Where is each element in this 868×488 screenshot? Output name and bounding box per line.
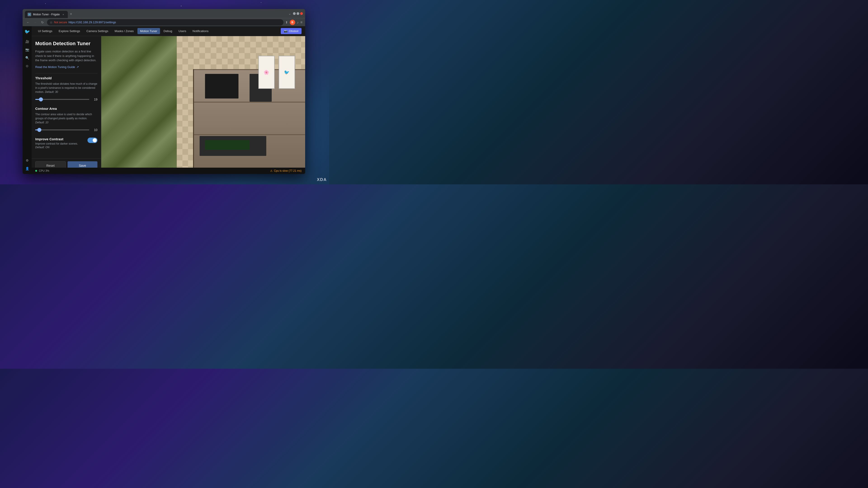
motion-icon: ⊙	[26, 64, 29, 68]
obsbot-icon: 📷	[284, 29, 287, 33]
sidebar-item-motion[interactable]: ⊙	[24, 62, 31, 70]
window-extra-controls: ⌄	[288, 12, 291, 15]
threshold-section: Threshold The threshold value dictates h…	[35, 76, 97, 101]
search-icon: 🔍	[25, 56, 29, 60]
contour-area-value: 10	[92, 128, 97, 132]
browser-menu-icon[interactable]: ≡	[301, 20, 303, 24]
save-button[interactable]: Save	[68, 161, 98, 168]
threshold-slider[interactable]	[35, 99, 89, 100]
nav-item-ui-settings[interactable]: UI Settings	[35, 28, 55, 34]
xda-watermark: XDA	[317, 177, 327, 182]
window-controls	[293, 12, 303, 15]
external-link-icon: ↗	[76, 65, 79, 69]
nav-item-notifications[interactable]: Notifications	[190, 28, 211, 34]
improve-contrast-title: Improve Contrast	[35, 137, 85, 141]
threshold-slider-container: 19	[35, 98, 97, 101]
nav-item-debug[interactable]: Debug	[161, 28, 175, 34]
new-tab-btn[interactable]: +	[68, 11, 74, 17]
camera-icon: 🎥	[25, 40, 29, 43]
sidebar-item-camera[interactable]: 🎥	[24, 38, 31, 45]
top-nav: UI Settings Explore Settings Camera Sett…	[32, 26, 305, 36]
tab-close-btn[interactable]: ×	[61, 13, 65, 16]
contour-area-slider[interactable]	[35, 129, 89, 130]
forward-arrow-icon: →	[34, 21, 37, 24]
nav-item-explore-settings[interactable]: Explore Settings	[56, 28, 83, 34]
tab-bar: 🐦 Motion Tuner - Frigate × +	[25, 9, 287, 18]
contour-area-section: Contour Area The contour area value is u…	[35, 107, 97, 132]
improve-contrast-desc: Improve contrast for darker scenes. Defa…	[35, 142, 85, 150]
status-warning: ⚠ Cpu is slow (77.21 ms)	[270, 169, 302, 172]
dropdown-icon[interactable]: ⌄	[288, 12, 291, 15]
obsbot-label: Obsbot	[289, 29, 298, 33]
snapshot-icon: 📷	[25, 48, 29, 52]
threshold-value: 19	[92, 98, 97, 101]
nav-item-users[interactable]: Users	[176, 28, 189, 34]
sidebar-item-search[interactable]: 🔍	[24, 54, 31, 61]
warning-icon: ⚠	[270, 169, 273, 172]
back-btn[interactable]: ←	[25, 20, 31, 25]
sidebar-item-user[interactable]: 👤	[24, 165, 31, 172]
wall-picture-1: 🌸	[258, 56, 275, 89]
main-content: UI Settings Explore Settings Camera Sett…	[32, 26, 305, 174]
brave-icon: B	[290, 20, 295, 25]
warning-text: Cpu is slow (77.21 ms)	[274, 169, 302, 172]
threshold-title: Threshold	[35, 76, 97, 80]
divider-1	[35, 73, 97, 73]
security-indicator: Not secure	[54, 21, 67, 24]
cpu-status-dot	[35, 170, 37, 172]
improve-contrast-section: Improve Contrast Improve contrast for da…	[35, 137, 97, 150]
contour-area-title: Contour Area	[35, 107, 97, 110]
url-text: https://192.168.29.129:8971/settings	[68, 21, 116, 24]
settings-panel: Motion Detection Tuner Frigate uses moti…	[32, 36, 101, 168]
media-icon[interactable]: ♪	[297, 21, 299, 24]
improve-contrast-toggle[interactable]	[88, 138, 97, 143]
threshold-desc: The threshold value dictates how much of…	[35, 82, 97, 94]
toggle-slider-track	[88, 138, 97, 143]
back-arrow-icon: ←	[26, 21, 30, 24]
browser-window: 🐦 Motion Tuner - Frigate × + ⌄ ← → ↻ ☆	[23, 9, 305, 174]
user-icon: 👤	[25, 167, 29, 170]
nav-item-camera-settings[interactable]: Camera Settings	[84, 28, 111, 34]
tab-title: Motion Tuner - Frigate	[33, 13, 60, 16]
maximize-btn[interactable]	[297, 12, 299, 15]
url-bar[interactable]: ☆ Not secure https://192.168.29.129:8971…	[47, 19, 283, 26]
contour-area-slider-container: 10	[35, 128, 97, 132]
close-btn[interactable]	[300, 12, 303, 15]
sidebar-item-settings[interactable]: ⚙	[24, 157, 31, 164]
camera-scene: 🌸 🐦	[101, 36, 305, 168]
reload-icon: ↻	[41, 21, 44, 24]
sidebar-item-snapshot[interactable]: 📷	[24, 46, 31, 53]
settings-description: Frigate uses motion detection as a first…	[35, 49, 97, 63]
bookmark-icon: ☆	[50, 21, 53, 24]
app-container: 🐦 🎥 📷 🔍 ⊙ ⚙ 👤	[23, 26, 305, 174]
nav-item-motion-tuner[interactable]: Motion Tuner	[137, 28, 160, 34]
forward-btn[interactable]: →	[33, 20, 38, 25]
action-buttons: Reset Save	[32, 158, 101, 168]
settings-inner: Motion Detection Tuner Frigate uses moti…	[32, 36, 101, 158]
guide-link[interactable]: Read the Motion Tuning Guide ↗	[35, 65, 97, 69]
browser-tab[interactable]: 🐦 Motion Tuner - Frigate ×	[25, 11, 68, 18]
content-area: Motion Detection Tuner Frigate uses moti…	[32, 36, 305, 168]
guide-link-text: Read the Motion Tuning Guide	[35, 65, 75, 69]
address-bar-actions: ⬆ B ♪ ≡	[285, 20, 303, 25]
settings-icon: ⚙	[26, 159, 29, 162]
title-bar: 🐦 Motion Tuner - Frigate × + ⌄	[23, 9, 305, 18]
scene-curtain	[101, 36, 177, 168]
cpu-label: CPU 3%	[39, 169, 49, 172]
app-logo: 🐦	[24, 28, 31, 35]
contour-area-desc: The contour area value is used to decide…	[35, 112, 97, 125]
obsbot-button[interactable]: 📷 Obsbot	[281, 28, 302, 34]
page-title: Motion Detection Tuner	[35, 41, 97, 46]
minimize-btn[interactable]	[293, 12, 296, 15]
reset-button[interactable]: Reset	[35, 161, 66, 168]
address-bar: ← → ↻ ☆ Not secure https://192.168.29.12…	[23, 18, 305, 26]
status-bar: CPU 3% ⚠ Cpu is slow (77.21 ms)	[32, 168, 305, 174]
reload-btn[interactable]: ↻	[40, 20, 45, 25]
tab-favicon: 🐦	[28, 13, 31, 16]
wall-picture-2: 🐦	[279, 56, 295, 89]
share-icon[interactable]: ⬆	[285, 21, 288, 24]
nav-item-masks-zones[interactable]: Masks / Zones	[112, 28, 136, 34]
camera-preview: 🌸 🐦	[101, 36, 305, 168]
icon-sidebar: 🐦 🎥 📷 🔍 ⊙ ⚙ 👤	[23, 26, 32, 174]
